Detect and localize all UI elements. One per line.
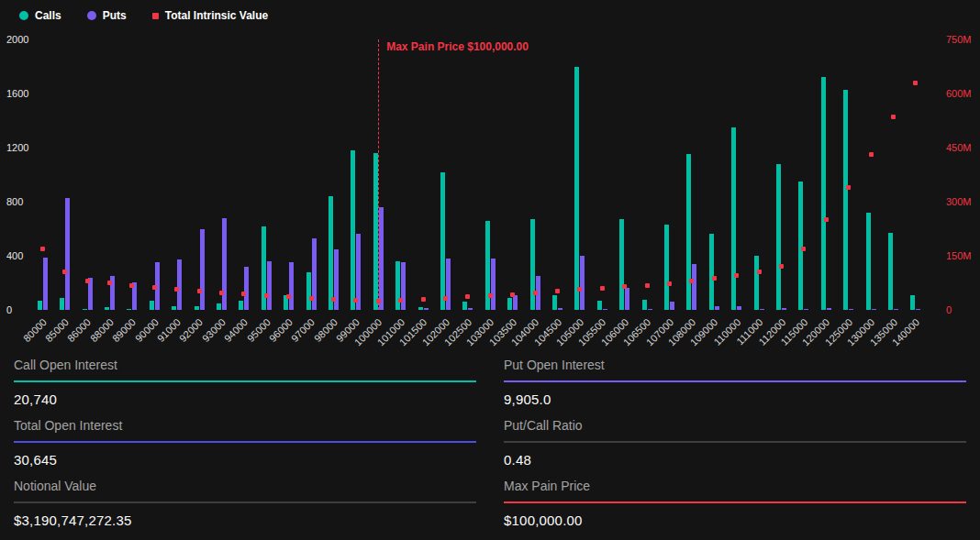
put-bar[interactable]	[468, 308, 473, 310]
put-bar[interactable]	[43, 258, 48, 310]
call-bar[interactable]	[306, 272, 311, 310]
intrinsic-value-marker[interactable]	[510, 292, 515, 297]
intrinsic-value-marker[interactable]	[398, 298, 403, 303]
intrinsic-value-marker[interactable]	[465, 294, 470, 299]
call-bar[interactable]	[217, 303, 221, 310]
put-bar[interactable]	[648, 309, 652, 310]
intrinsic-value-marker[interactable]	[533, 291, 538, 295]
call-bar[interactable]	[351, 150, 355, 310]
call-bar[interactable]	[239, 301, 243, 310]
intrinsic-value-marker[interactable]	[577, 287, 582, 292]
put-bar[interactable]	[513, 295, 518, 310]
put-bar[interactable]	[580, 256, 585, 310]
intrinsic-value-marker[interactable]	[689, 279, 694, 283]
intrinsic-value-marker[interactable]	[600, 286, 605, 291]
intrinsic-value-marker[interactable]	[152, 285, 157, 290]
call-bar[interactable]	[462, 302, 467, 310]
call-bar[interactable]	[105, 307, 109, 310]
call-bar[interactable]	[329, 196, 333, 310]
call-bar[interactable]	[709, 234, 714, 310]
intrinsic-value-marker[interactable]	[555, 289, 560, 293]
legend-item-calls[interactable]: Calls	[19, 9, 61, 22]
intrinsic-value-marker[interactable]	[891, 115, 896, 119]
put-bar[interactable]	[872, 309, 876, 310]
intrinsic-value-marker[interactable]	[488, 293, 493, 298]
call-bar[interactable]	[866, 213, 871, 310]
intrinsic-value-marker[interactable]	[801, 247, 806, 251]
intrinsic-value-marker[interactable]	[241, 292, 246, 296]
put-bar[interactable]	[401, 262, 406, 310]
call-bar[interactable]	[642, 300, 647, 310]
intrinsic-value-marker[interactable]	[309, 296, 314, 301]
call-bar[interactable]	[150, 301, 154, 310]
put-bar[interactable]	[827, 308, 831, 310]
call-bar[interactable]	[798, 182, 803, 310]
call-bar[interactable]	[910, 295, 915, 310]
call-bar[interactable]	[83, 309, 87, 310]
put-bar[interactable]	[267, 261, 272, 310]
call-bar[interactable]	[754, 256, 759, 310]
call-bar[interactable]	[172, 306, 176, 310]
call-bar[interactable]	[418, 307, 423, 310]
intrinsic-value-marker[interactable]	[622, 284, 627, 289]
put-bar[interactable]	[760, 309, 764, 310]
call-bar[interactable]	[552, 295, 557, 310]
put-bar[interactable]	[379, 207, 384, 310]
put-bar[interactable]	[804, 309, 808, 310]
intrinsic-value-marker[interactable]	[846, 185, 851, 190]
call-bar[interactable]	[776, 164, 781, 310]
call-bar[interactable]	[440, 172, 445, 310]
put-bar[interactable]	[244, 267, 249, 310]
intrinsic-value-marker[interactable]	[331, 297, 336, 302]
put-bar[interactable]	[289, 262, 294, 310]
put-bar[interactable]	[715, 306, 719, 310]
legend-item-total-intrinsic-value[interactable]: Total Intrinsic Value	[152, 9, 268, 22]
intrinsic-value-marker[interactable]	[40, 247, 45, 251]
put-bar[interactable]	[849, 309, 853, 310]
put-bar[interactable]	[603, 309, 607, 310]
put-bar[interactable]	[491, 259, 496, 310]
put-bar[interactable]	[737, 306, 741, 310]
put-bar[interactable]	[782, 308, 786, 310]
intrinsic-value-marker[interactable]	[264, 293, 269, 298]
put-bar[interactable]	[65, 198, 70, 310]
call-bar[interactable]	[664, 225, 669, 310]
intrinsic-value-marker[interactable]	[197, 289, 202, 293]
intrinsic-value-marker[interactable]	[869, 152, 874, 157]
intrinsic-value-marker[interactable]	[107, 281, 112, 285]
intrinsic-value-marker[interactable]	[353, 298, 358, 303]
put-bar[interactable]	[894, 309, 898, 310]
call-bar[interactable]	[619, 219, 624, 310]
put-bar[interactable]	[670, 302, 674, 310]
put-bar[interactable]	[177, 259, 182, 310]
intrinsic-value-marker[interactable]	[913, 81, 918, 85]
put-bar[interactable]	[916, 309, 920, 310]
call-bar[interactable]	[821, 77, 826, 310]
put-bar[interactable]	[625, 288, 629, 310]
call-bar[interactable]	[507, 298, 512, 310]
intrinsic-value-marker[interactable]	[129, 283, 134, 288]
intrinsic-value-marker[interactable]	[734, 273, 739, 278]
intrinsic-value-marker[interactable]	[62, 270, 67, 274]
call-bar[interactable]	[195, 306, 199, 310]
call-bar[interactable]	[686, 154, 691, 310]
intrinsic-value-marker[interactable]	[712, 276, 717, 281]
intrinsic-value-marker[interactable]	[286, 294, 291, 299]
intrinsic-value-marker[interactable]	[645, 283, 650, 288]
put-bar[interactable]	[558, 308, 562, 310]
call-bar[interactable]	[888, 233, 893, 310]
call-bar[interactable]	[530, 219, 535, 310]
call-bar[interactable]	[843, 90, 848, 310]
put-bar[interactable]	[200, 229, 205, 311]
intrinsic-value-marker[interactable]	[174, 287, 179, 292]
intrinsic-value-marker[interactable]	[443, 296, 448, 301]
put-bar[interactable]	[446, 259, 451, 310]
intrinsic-value-marker[interactable]	[85, 279, 90, 283]
call-bar[interactable]	[597, 301, 602, 310]
call-bar[interactable]	[731, 127, 736, 310]
call-bar[interactable]	[60, 298, 64, 310]
intrinsic-value-marker[interactable]	[421, 297, 426, 302]
legend-item-puts[interactable]: Puts	[87, 9, 127, 22]
intrinsic-value-marker[interactable]	[779, 264, 784, 269]
call-bar[interactable]	[373, 153, 378, 310]
